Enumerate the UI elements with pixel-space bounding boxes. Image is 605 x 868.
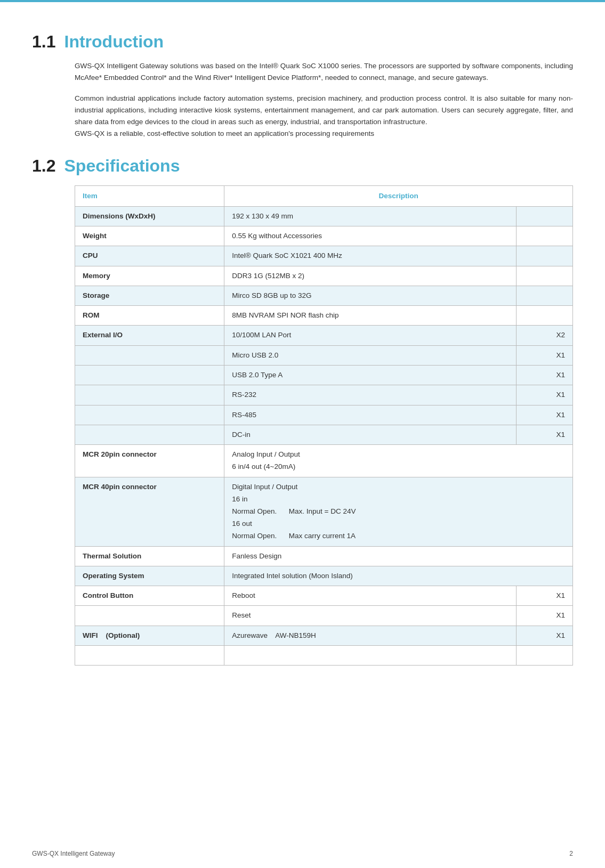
- row-desc-cpu: Intel® Quark SoC X1021 400 MHz: [224, 246, 517, 266]
- table-row: DC-in X1: [75, 425, 573, 444]
- specifications-table: Item Description Dimensions (WxDxH) 192 …: [75, 185, 573, 666]
- row-qty-weight: [517, 226, 573, 246]
- table-row: RS-232 X1: [75, 385, 573, 405]
- row-qty-cpu: [517, 246, 573, 266]
- table-row: External I/O 10/100M LAN Port X2: [75, 326, 573, 345]
- table-row: Control Button Reboot X1: [75, 586, 573, 606]
- row-qty-storage: [517, 286, 573, 305]
- row-qty-ext-rs232: X1: [517, 385, 573, 405]
- row-qty-ext-microusb: X1: [517, 345, 573, 365]
- row-item-ext-empty-4: [75, 405, 224, 425]
- footer-right: 2: [569, 850, 573, 857]
- row-qty-memory: [517, 266, 573, 286]
- row-qty-wifi: X1: [517, 626, 573, 645]
- table-row: Operating System Integrated Intel soluti…: [75, 566, 573, 586]
- table-row: CPU Intel® Quark SoC X1021 400 MHz: [75, 246, 573, 266]
- table-row: ROM 8MB NVRAM SPI NOR flash chip: [75, 306, 573, 326]
- row-desc-ext-lan: 10/100M LAN Port: [224, 326, 517, 345]
- section-title-spec: Specifications: [64, 156, 180, 176]
- table-row: MCR 20pin connector Analog Input / Outpu…: [75, 445, 573, 477]
- row-desc-ext-usb-a: USB 2.0 Type A: [224, 365, 517, 385]
- table-row: Weight 0.55 Kg without Accessories: [75, 226, 573, 246]
- row-item-dimensions: Dimensions (WxDxH): [75, 206, 224, 226]
- row-desc-dimensions: 192 x 130 x 49 mm: [224, 206, 517, 226]
- row-qty-dimensions: [517, 206, 573, 226]
- row-desc-ext-rs232: RS-232: [224, 385, 517, 405]
- blank-cell-2: [224, 645, 517, 665]
- section-header-spec: 1.2 Specifications: [32, 156, 573, 176]
- footer-left: GWS-QX Intelligent Gateway: [32, 850, 115, 857]
- row-desc-ext-rs485: RS-485: [224, 405, 517, 425]
- row-desc-weight: 0.55 Kg without Accessories: [224, 226, 517, 246]
- page-content: 1.1 Introduction GWS-QX Intelligent Gate…: [0, 0, 605, 697]
- section-1-2: 1.2 Specifications Item Description Dime…: [32, 156, 573, 666]
- table-row: RS-485 X1: [75, 405, 573, 425]
- row-qty-ext-lan: X2: [517, 326, 573, 345]
- row-item-memory: Memory: [75, 266, 224, 286]
- row-item-control-empty: [75, 606, 224, 626]
- row-qty-ext-usb-a: X1: [517, 365, 573, 385]
- table-row: Thermal Solution Fanless Design: [75, 546, 573, 566]
- table-row: MCR 40pin connector Digital Input / Outp…: [75, 477, 573, 546]
- row-desc-ext-dcin: DC-in: [224, 425, 517, 444]
- section-number-1-2: 1.2: [32, 156, 55, 176]
- row-item-ext-empty-5: [75, 425, 224, 444]
- row-qty-ext-rs485: X1: [517, 405, 573, 425]
- row-item-os: Operating System: [75, 566, 224, 586]
- section-header-intro: 1.1 Introduction: [32, 32, 573, 52]
- table-header-description: Description: [224, 185, 573, 206]
- table-row: Storage Mirco SD 8GB up to 32G: [75, 286, 573, 305]
- table-row: Dimensions (WxDxH) 192 x 130 x 49 mm: [75, 206, 573, 226]
- blank-cell-3: [517, 645, 573, 665]
- row-item-ext-empty-2: [75, 365, 224, 385]
- row-qty-reboot: X1: [517, 586, 573, 606]
- row-desc-ext-microusb: Micro USB 2.0: [224, 345, 517, 365]
- row-desc-rom: 8MB NVRAM SPI NOR flash chip: [224, 306, 517, 326]
- row-item-mcr20: MCR 20pin connector: [75, 445, 224, 477]
- intro-paragraph-2: Common industrial applications include f…: [75, 93, 573, 140]
- row-desc-thermal: Fanless Design: [224, 546, 573, 566]
- row-qty-rom: [517, 306, 573, 326]
- table-row: Reset X1: [75, 606, 573, 626]
- table-row-blank: [75, 645, 573, 665]
- section-title-intro: Introduction: [64, 32, 164, 52]
- row-desc-wifi: Azurewave AW-NB159H: [224, 626, 517, 645]
- table-row: WIFI (Optional) Azurewave AW-NB159H X1: [75, 626, 573, 645]
- row-item-ext-empty-3: [75, 385, 224, 405]
- row-item-thermal: Thermal Solution: [75, 546, 224, 566]
- row-desc-memory: DDR3 1G (512MB x 2): [224, 266, 517, 286]
- row-item-weight: Weight: [75, 226, 224, 246]
- page-footer: GWS-QX Intelligent Gateway 2: [0, 850, 605, 857]
- row-item-wifi: WIFI (Optional): [75, 626, 224, 645]
- row-desc-reset: Reset: [224, 606, 517, 626]
- row-item-storage: Storage: [75, 286, 224, 305]
- table-row: USB 2.0 Type A X1: [75, 365, 573, 385]
- section-number-1-1: 1.1: [32, 32, 55, 52]
- row-desc-reboot: Reboot: [224, 586, 517, 606]
- section-1-1: 1.1 Introduction GWS-QX Intelligent Gate…: [32, 32, 573, 140]
- row-item-ext-empty-1: [75, 345, 224, 365]
- table-row: Memory DDR3 1G (512MB x 2): [75, 266, 573, 286]
- row-desc-mcr40: Digital Input / Output 16 in Normal Open…: [224, 477, 573, 546]
- row-desc-os: Integrated Intel solution (Moon Island): [224, 566, 573, 586]
- section-body-spec: Item Description Dimensions (WxDxH) 192 …: [75, 185, 573, 666]
- blank-cell-1: [75, 645, 224, 665]
- top-border: [0, 0, 605, 2]
- row-item-control-btn: Control Button: [75, 586, 224, 606]
- intro-paragraph-1: GWS-QX Intelligent Gateway solutions was…: [75, 60, 573, 84]
- row-desc-mcr20: Analog Input / Output6 in/4 out (4~20mA): [224, 445, 573, 477]
- row-item-mcr40: MCR 40pin connector: [75, 477, 224, 546]
- row-desc-storage: Mirco SD 8GB up to 32G: [224, 286, 517, 305]
- section-body-intro: GWS-QX Intelligent Gateway solutions was…: [75, 60, 573, 140]
- row-qty-reset: X1: [517, 606, 573, 626]
- row-item-cpu: CPU: [75, 246, 224, 266]
- row-qty-ext-dcin: X1: [517, 425, 573, 444]
- row-item-external-io: External I/O: [75, 326, 224, 345]
- table-header-item: Item: [75, 185, 224, 206]
- table-row: Micro USB 2.0 X1: [75, 345, 573, 365]
- row-item-rom: ROM: [75, 306, 224, 326]
